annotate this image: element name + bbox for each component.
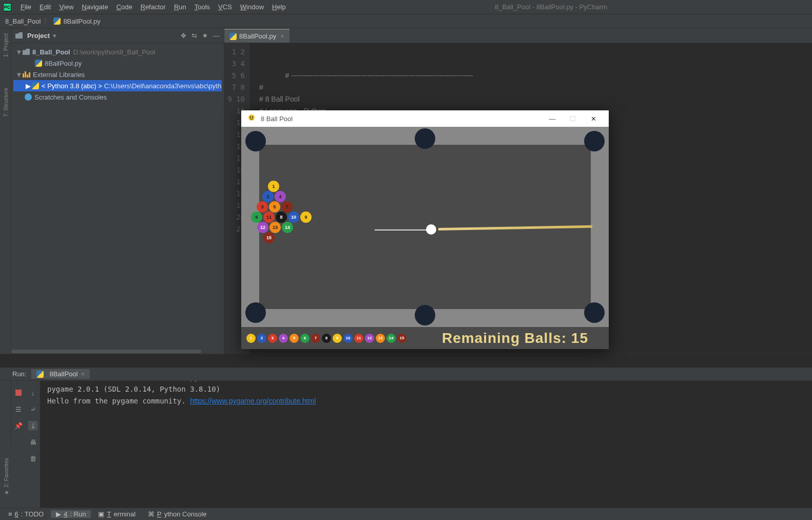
bottom-tool-todo[interactable]: ≡6: TODO — [3, 510, 49, 518]
python-file-icon — [229, 33, 237, 40]
collapse-icon[interactable]: ⇆ — [191, 32, 197, 40]
bottom-tool-terminal[interactable]: ▣Terminal — [93, 510, 141, 518]
pin-icon[interactable]: 📌 — [14, 421, 23, 430]
ball-2[interactable]: 2 — [262, 191, 274, 202]
tree-external[interactable]: ▼ External Libraries — [13, 69, 222, 80]
mini-ball-4: 4 — [279, 334, 288, 343]
minimize-icon[interactable]: — — [542, 115, 563, 123]
run-tab[interactable]: 8BallPool × — [31, 369, 90, 379]
menu-navigate[interactable]: Navigate — [78, 3, 112, 11]
ball-6[interactable]: 6 — [251, 211, 262, 223]
menu-window[interactable]: Window — [236, 3, 268, 11]
console-link[interactable]: https://www.pygame.org/contribute.html — [190, 397, 316, 405]
mini-ball-7: 7 — [311, 334, 320, 343]
menu-file[interactable]: File — [16, 3, 35, 11]
app-icon: PC — [3, 3, 11, 11]
trash-icon[interactable]: 🗑 — [28, 454, 37, 463]
ball-10[interactable]: 10 — [288, 211, 299, 223]
game-window: 8 Ball Pool — ☐ ✕ 124357611810912131415 … — [241, 110, 609, 349]
chevron-right-icon: 〉 — [44, 16, 50, 26]
project-tree: ▼ 8_Ball_Pool D:\work\python\8_Ball_Pool… — [11, 43, 224, 350]
h-scrollbar[interactable] — [11, 350, 224, 354]
python-file-icon — [35, 60, 42, 67]
maximize-icon[interactable]: ☐ — [563, 115, 583, 123]
ball-9[interactable]: 9 — [300, 211, 312, 223]
close-icon[interactable]: × — [280, 32, 284, 40]
print-icon[interactable]: 🖶 — [28, 437, 37, 447]
aim-line — [375, 229, 430, 230]
ball-14[interactable]: 14 — [282, 222, 293, 233]
ball-8[interactable]: 8 — [276, 211, 287, 223]
layout-icon[interactable]: ☰ — [14, 405, 23, 414]
ball-3[interactable]: 3 — [257, 201, 268, 213]
ball-12[interactable]: 12 — [257, 222, 268, 233]
scroll-icon[interactable]: ⤓ — [28, 421, 37, 430]
ball-11[interactable]: 11 — [263, 211, 275, 223]
python-icon — [32, 82, 39, 89]
menu-tools[interactable]: Tools — [190, 3, 214, 11]
ball-7[interactable]: 7 — [281, 201, 293, 213]
bottom-tool-bar: ≡6: TODO▶4: Run▣Terminal⌘Python Console — [0, 508, 812, 520]
mini-ball-11: 11 — [354, 334, 363, 343]
mini-ball-9: 9 — [333, 334, 342, 343]
game-titlebar[interactable]: 8 Ball Pool — ☐ ✕ — [241, 110, 609, 127]
folder-icon — [23, 49, 30, 55]
run-toolbar-right: ↑ ↓ ⤶ ⤓ 🖶 🗑 — [26, 368, 40, 508]
menu-edit[interactable]: Edit — [35, 3, 55, 11]
mini-ball-5: 5 — [289, 334, 299, 343]
wrap-icon[interactable]: ⤶ — [28, 405, 37, 414]
tree-file[interactable]: 8BallPool.py — [13, 57, 222, 69]
mini-ball-12: 12 — [365, 334, 374, 343]
game-title: 8 Ball Pool — [261, 115, 542, 123]
console-output[interactable]: C:\Users\Dell\anaconda3\envs\abc\python.… — [40, 368, 812, 508]
menu-help[interactable]: Help — [268, 3, 290, 11]
project-icon — [15, 32, 23, 38]
tab-file[interactable]: 8BallPool.py × — [224, 29, 289, 43]
menu-vcs[interactable]: VCS — [214, 3, 236, 11]
mini-ball-8: 8 — [322, 334, 331, 343]
window-title: 8_Ball_Pool - 8BallPool.py - PyCharm — [290, 3, 812, 11]
menu-view[interactable]: View — [55, 3, 78, 11]
tool-structure[interactable]: 7: Structure — [3, 88, 9, 117]
ball-13[interactable]: 13 — [269, 222, 281, 233]
ball-5[interactable]: 5 — [269, 201, 280, 213]
project-title[interactable]: Project — [27, 32, 50, 40]
chevron-down-icon[interactable]: ▾ — [53, 32, 56, 40]
mini-ball-10: 10 — [343, 334, 353, 343]
breadcrumb-file[interactable]: 8BallPool.py — [63, 17, 100, 25]
ball-4[interactable]: 4 — [275, 191, 286, 202]
menu-refactor[interactable]: Refactor — [137, 3, 170, 11]
run-header-label: Run: — [12, 370, 26, 378]
bottom-tool-run[interactable]: ▶4: Run — [51, 510, 91, 518]
down-icon[interactable]: ↓ — [28, 388, 37, 397]
scratch-icon — [25, 93, 32, 101]
ball-1[interactable]: 1 — [268, 181, 279, 192]
pool-table[interactable]: 124357611810912131415 — [241, 127, 609, 327]
cue-ball[interactable] — [426, 224, 436, 235]
tree-scratches[interactable]: Scratches and Consoles — [13, 91, 222, 103]
mini-ball-6: 6 — [300, 334, 310, 343]
close-icon[interactable]: ✕ — [583, 115, 604, 123]
breadcrumb-project[interactable]: 8_Ball_Pool — [5, 17, 41, 25]
close-icon[interactable]: × — [81, 370, 85, 378]
run-panel: Run: 8BallPool × ↻ ☰ 📌 ↑ ↓ ⤶ ⤓ 🖶 🗑 C:\Us… — [0, 354, 812, 508]
favorites-tool[interactable]: ★ 2: Favorites — [0, 446, 11, 508]
stop-icon[interactable] — [14, 388, 23, 397]
menu-code[interactable]: Code — [112, 3, 137, 11]
ball-15[interactable]: 15 — [263, 232, 275, 243]
mini-ball-3: 3 — [268, 334, 277, 343]
svg-point-0 — [248, 114, 255, 121]
menu-run[interactable]: Run — [170, 3, 190, 11]
bottom-tool-pythonconsole[interactable]: ⌘Python Console — [143, 510, 212, 518]
hide-icon[interactable]: — — [213, 32, 220, 40]
tree-root[interactable]: ▼ 8_Ball_Pool D:\work\python\8_Ball_Pool — [13, 46, 222, 57]
tool-project[interactable]: 1: Project — [3, 33, 9, 57]
editor-tabs: 8BallPool.py × — [224, 28, 812, 43]
menu-bar: PC FileEditViewNavigateCodeRefactorRunTo… — [0, 0, 812, 14]
project-panel: Project ▾ ✥ ⇆ ✷ — ▼ 8_Ball_Pool D:\work\… — [11, 28, 224, 354]
gear-icon[interactable]: ✷ — [202, 32, 208, 40]
tree-interpreter[interactable]: ▶ < Python 3.8 (abc) > C:\Users\Dell\ana… — [13, 80, 222, 91]
project-header: Project ▾ ✥ ⇆ ✷ — — [11, 28, 224, 43]
python-file-icon — [53, 17, 61, 25]
locate-icon[interactable]: ✥ — [181, 32, 186, 40]
